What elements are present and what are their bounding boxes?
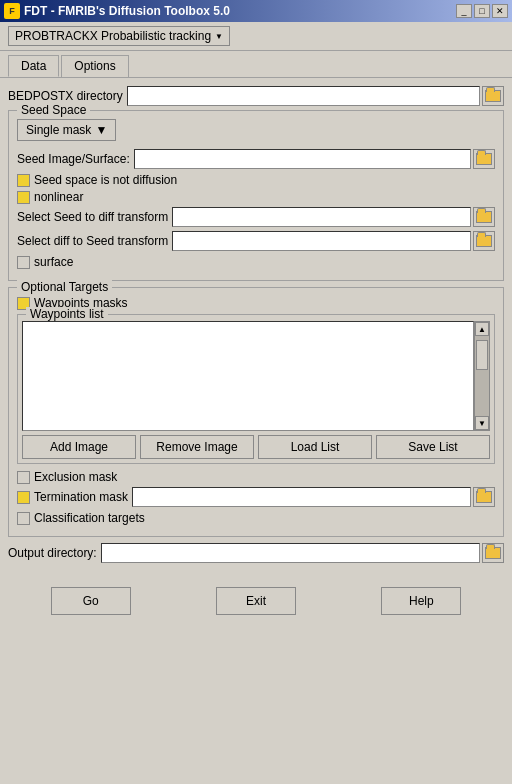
- list-area: ▲ ▼: [22, 321, 490, 431]
- maximize-button[interactable]: □: [474, 4, 490, 18]
- tracking-dropdown[interactable]: PROBTRACKX Probabilistic tracking ▼: [8, 26, 230, 46]
- bedpostx-label: BEDPOSTX directory: [8, 89, 123, 103]
- surface-checkbox[interactable]: [17, 256, 30, 269]
- go-button[interactable]: Go: [51, 587, 131, 615]
- exclusion-mask-label: Exclusion mask: [34, 470, 117, 484]
- tab-options[interactable]: Options: [61, 55, 128, 77]
- minimize-button[interactable]: _: [456, 4, 472, 18]
- help-button[interactable]: Help: [381, 587, 461, 615]
- output-directory-label: Output directory:: [8, 546, 97, 560]
- output-directory-folder-icon: [485, 547, 501, 559]
- scrollbar-thumb[interactable]: [476, 340, 488, 370]
- waypoints-list-group: Waypoints list ▲ ▼ Add Image Remove Imag…: [17, 314, 495, 464]
- waypoints-list-label: Waypoints list: [26, 307, 108, 321]
- seed-to-diff-label: Select Seed to diff transform: [17, 210, 168, 224]
- tabs: Data Options: [0, 51, 512, 78]
- seed-image-row: Seed Image/Surface:: [17, 149, 495, 169]
- dropdown-arrow-icon: ▼: [215, 32, 223, 41]
- surface-row: surface: [17, 255, 495, 269]
- diff-to-seed-folder-button[interactable]: [473, 231, 495, 251]
- seed-image-input[interactable]: [134, 149, 471, 169]
- diff-to-seed-row: Select diff to Seed transform: [17, 231, 495, 251]
- mask-button-label: Single mask: [26, 123, 91, 137]
- diff-to-seed-label: Select diff to Seed transform: [17, 234, 168, 248]
- termination-mask-folder-icon: [476, 491, 492, 503]
- seed-space-label: Seed Space: [17, 103, 90, 117]
- scrollbar-track: [475, 336, 489, 416]
- exclusion-mask-checkbox[interactable]: [17, 471, 30, 484]
- seed-image-folder-icon: [476, 153, 492, 165]
- action-buttons: Add Image Remove Image Load List Save Li…: [22, 435, 490, 459]
- optional-targets-label: Optional Targets: [17, 280, 112, 294]
- classification-targets-checkbox[interactable]: [17, 512, 30, 525]
- exclusion-mask-row: Exclusion mask: [17, 470, 495, 484]
- single-mask-button[interactable]: Single mask ▼: [17, 119, 116, 141]
- optional-targets-group: Optional Targets Waypoints masks Waypoin…: [8, 287, 504, 537]
- classification-targets-row: Classification targets: [17, 511, 495, 525]
- nonlinear-checkbox[interactable]: [17, 191, 30, 204]
- seed-space-group: Seed Space Single mask ▼ Seed Image/Surf…: [8, 110, 504, 281]
- bedpostx-input[interactable]: [127, 86, 480, 106]
- seed-image-folder-button[interactable]: [473, 149, 495, 169]
- seed-to-diff-row: Select Seed to diff transform: [17, 207, 495, 227]
- output-directory-row: Output directory:: [8, 543, 504, 563]
- termination-mask-input[interactable]: [132, 487, 471, 507]
- exit-button[interactable]: Exit: [216, 587, 296, 615]
- add-image-button[interactable]: Add Image: [22, 435, 136, 459]
- classification-targets-label: Classification targets: [34, 511, 145, 525]
- bottom-buttons: Go Exit Help: [0, 579, 512, 623]
- mask-arrow-icon: ▼: [95, 123, 107, 137]
- diff-to-seed-folder-icon: [476, 235, 492, 247]
- menu-bar: PROBTRACKX Probabilistic tracking ▼: [0, 22, 512, 51]
- termination-mask-checkbox[interactable]: [17, 491, 30, 504]
- close-button[interactable]: ✕: [492, 4, 508, 18]
- main-content: BEDPOSTX directory Seed Space Single mas…: [0, 78, 512, 575]
- scrollbar: ▲ ▼: [474, 321, 490, 431]
- waypoints-list-box[interactable]: [22, 321, 474, 431]
- surface-label: surface: [34, 255, 73, 269]
- title-text: FDT - FMRIB's Diffusion Toolbox 5.0: [24, 4, 230, 18]
- seed-not-diffusion-label: Seed space is not diffusion: [34, 173, 177, 187]
- save-list-button[interactable]: Save List: [376, 435, 490, 459]
- nonlinear-row: nonlinear: [17, 190, 495, 204]
- seed-not-diffusion-checkbox[interactable]: [17, 174, 30, 187]
- scroll-down-button[interactable]: ▼: [475, 416, 489, 430]
- seed-image-label: Seed Image/Surface:: [17, 152, 130, 166]
- seed-to-diff-input[interactable]: [172, 207, 471, 227]
- load-list-button[interactable]: Load List: [258, 435, 372, 459]
- window-controls: _ □ ✕: [456, 4, 508, 18]
- diff-to-seed-input[interactable]: [172, 231, 471, 251]
- folder-icon: [485, 90, 501, 102]
- app-icon: F: [4, 3, 20, 19]
- title-bar: F FDT - FMRIB's Diffusion Toolbox 5.0 _ …: [0, 0, 512, 22]
- output-directory-folder-button[interactable]: [482, 543, 504, 563]
- seed-not-diffusion-row: Seed space is not diffusion: [17, 173, 495, 187]
- bedpostx-folder-button[interactable]: [482, 86, 504, 106]
- remove-image-button[interactable]: Remove Image: [140, 435, 254, 459]
- tab-data[interactable]: Data: [8, 55, 59, 77]
- termination-mask-label: Termination mask: [34, 490, 128, 504]
- output-directory-input[interactable]: [101, 543, 480, 563]
- scroll-up-button[interactable]: ▲: [475, 322, 489, 336]
- seed-to-diff-folder-icon: [476, 211, 492, 223]
- tracking-dropdown-label: PROBTRACKX Probabilistic tracking: [15, 29, 211, 43]
- seed-to-diff-folder-button[interactable]: [473, 207, 495, 227]
- termination-mask-folder-button[interactable]: [473, 487, 495, 507]
- nonlinear-label: nonlinear: [34, 190, 83, 204]
- termination-mask-row: Termination mask: [17, 487, 495, 507]
